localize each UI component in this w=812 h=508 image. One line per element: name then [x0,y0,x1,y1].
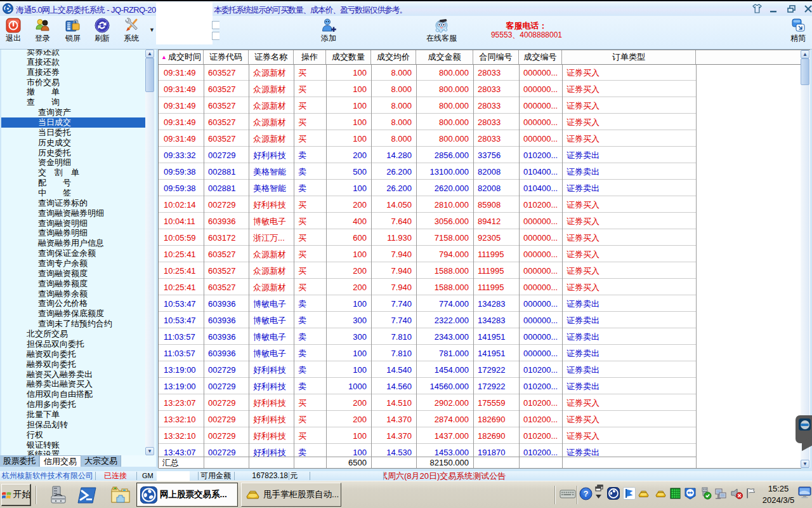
table-scroll-thumb[interactable] [801,58,809,85]
sidebar-item[interactable]: 交 割 单 [1,168,145,178]
skin-icon[interactable] [752,3,762,13]
scroll-down-icon[interactable]: ▼ [145,447,154,455]
table-row[interactable]: 09:59:38002881美格智能卖50026.20013100.000820… [159,164,696,180]
sidebar-item[interactable]: 查询保证金余额 [1,248,145,258]
exit-button[interactable]: 退出 [0,17,29,48]
sidebar-item[interactable]: 市价交易 [1,77,145,88]
table-row[interactable]: 09:31:49603527众源新材买1008.000800.000280330… [159,81,696,98]
sidebar-item[interactable]: 批量下单 [1,410,145,420]
keyboard-icon[interactable] [560,487,576,500]
sidebar-item[interactable]: 历史成交 [1,138,145,148]
sidebar-item[interactable]: 担保品划转 [1,420,145,430]
table-row[interactable]: 09:31:49603527众源新材买1008.000800.000280330… [159,131,696,147]
table-row[interactable]: 13:19:00002729好利科技卖10014.5401454.0001729… [159,362,696,378]
table-row[interactable]: 13:23:07002729好利科技买20014.5102902.0001755… [159,395,696,411]
sidebar-item[interactable]: 融券卖出融资买入 [1,379,145,389]
tray-market-board-icon[interactable] [670,487,683,500]
sidebar-item[interactable]: 直接还款 [1,57,145,67]
sidebar-item[interactable]: 融资融券用户信息 [1,238,145,248]
tray-gold-ingot-icon[interactable] [638,487,650,500]
tab-stock-trade[interactable]: 股票委托 [0,455,39,467]
sidebar-item[interactable]: 信用双向自由搭配 [1,389,145,399]
sidebar-item[interactable]: 查询融资额度 [1,269,145,279]
slim-mode-button[interactable]: 精简 [783,17,812,48]
scroll-up-icon[interactable]: ▲ [801,50,809,58]
tab-margin-trade[interactable]: 信用交易 [39,455,81,467]
tray-flag-icon[interactable] [745,487,756,500]
login-button[interactable]: 登录 [27,17,58,48]
online-service-button[interactable]: 在线客服 [424,17,459,48]
scroll-down-icon[interactable]: ▼ [801,460,809,468]
tray-teamviewer-icon[interactable] [684,487,697,500]
toolbar-more-caret[interactable]: ▼ [149,27,155,33]
sidebar-item[interactable]: 北交所交易 [1,329,145,339]
refresh-button[interactable]: 刷新 [87,17,117,48]
table-row[interactable]: 10:04:11603936博敏电子买4007.6403056.00089412… [159,213,696,230]
sidebar-item[interactable]: 信用多向委托 [1,399,145,410]
start-button[interactable]: 开始 [1,484,31,506]
lock-screen-button[interactable]: 锁屏 [58,17,88,48]
taskbar-window-auto-trader[interactable]: 甩手掌柜股票自动... [241,483,341,507]
column-header[interactable]: 成交数量 [326,50,371,64]
table-row[interactable]: 10:25:41603527众源新材买2007.9401588.00011199… [159,263,696,279]
table-row[interactable]: 10:25:41603527众源新材买1007.940794.000111995… [159,246,696,263]
table-row[interactable]: 09:59:38002881美格智能卖10026.2002620.0008200… [159,180,696,197]
tray-network-icon[interactable] [714,487,727,500]
sidebar-item[interactable]: 配 号 [1,178,145,188]
column-header[interactable]: 合同编号 [473,50,519,64]
table-row[interactable]: 11:03:57603936博敏电子卖3007.8102343.00014195… [159,329,696,345]
sidebar-item[interactable]: 查询未了结预约合约 [1,319,145,329]
table-row[interactable]: 13:19:00002729好利科技卖100014.56014560.00017… [159,378,696,395]
sidebar-scroll-thumb[interactable] [145,58,154,92]
sidebar-item[interactable]: 担保品双向委托 [1,339,145,349]
sidebar-item[interactable]: 查询融券保底额度 [1,309,145,319]
table-row[interactable]: 09:31:49603527众源新材买1008.000800.000280330… [159,98,696,114]
table-row[interactable]: 09:31:49603527众源新材买1008.000800.000280330… [159,65,696,81]
sidebar-item[interactable]: 查询公允价格 [1,298,145,309]
sidebar-item[interactable]: 查 询 [1,97,145,107]
column-header[interactable]: 成交金额 [416,50,473,64]
sidebar-item[interactable]: 查询融券明细 [1,228,145,238]
table-scrollbar[interactable]: ▲ ▼ [801,50,809,468]
table-row[interactable]: 13:43:07002729好利科技卖10014.5301453.0001918… [159,444,696,457]
table-row[interactable]: 13:32:10002729好利科技买20014.3702874.0001826… [159,411,696,428]
sidebar-item[interactable]: 查询资产 [1,107,145,117]
quick-launch-computer-icon[interactable] [48,485,69,505]
sidebar-item[interactable]: 当日委托 [1,128,145,138]
table-row[interactable]: 09:33:32002729好利科技卖20014.2802856.0003375… [159,147,696,164]
table-row[interactable]: 11:03:57603936博敏电子卖1007.810781.000141951… [159,345,696,362]
sidebar-item[interactable]: 撤 单 [1,87,145,97]
tray-flag-blue-icon[interactable] [623,487,636,500]
sidebar-item[interactable]: 查询融券额度 [1,279,145,289]
scroll-up-icon[interactable]: ▲ [145,50,154,58]
table-row[interactable]: 10:02:14002729好利科技买20014.0502810.0008590… [159,197,696,213]
table-row[interactable]: 10:05:59603172浙江万...买60011.9307158.00092… [159,230,696,246]
minimize-button[interactable] [769,4,779,14]
sidebar-item[interactable]: 查询专户余额 [1,258,145,269]
sidebar-item[interactable]: 查询证券标的 [1,198,145,208]
system-button[interactable]: 系统 [116,17,147,48]
close-button[interactable] [803,4,812,14]
column-header[interactable]: 操作 [294,50,326,64]
sidebar-item[interactable]: 银证转账 [1,440,145,450]
sidebar-item[interactable]: 系统设置 [1,450,145,455]
sidebar-item[interactable]: 融资买入融券卖出 [1,370,145,380]
quick-launch-powershell-icon[interactable] [77,485,97,505]
tray-gold-ingot-icon[interactable] [655,487,667,500]
teamviewer-dock[interactable] [796,415,812,443]
sidebar-item[interactable]: 查询融资融券明细 [1,208,145,218]
sidebar-item[interactable]: 卖券还款 [1,50,145,57]
sidebar-item[interactable]: 当日成交 [1,117,145,128]
show-desktop-icon[interactable] [798,486,812,499]
sidebar-scrollbar[interactable]: ▲ ▼ [145,50,154,455]
add-button[interactable]: 添加 [313,17,344,48]
tray-usb-safely-remove-icon[interactable] [699,487,712,500]
tray-volume-muted-icon[interactable] [730,487,743,500]
help-icon[interactable]: ? [579,487,592,500]
tab-block-trade[interactable]: 大宗交易 [81,455,121,467]
taskbar-clock[interactable]: 15:25 2024/3/5 [760,483,797,506]
sidebar-item[interactable]: 融资双向委托 [1,349,145,359]
sidebar-item[interactable]: 历史委托 [1,148,145,158]
column-header[interactable]: 成交均价 [371,50,416,64]
column-header[interactable]: 证券名称 [249,50,294,64]
